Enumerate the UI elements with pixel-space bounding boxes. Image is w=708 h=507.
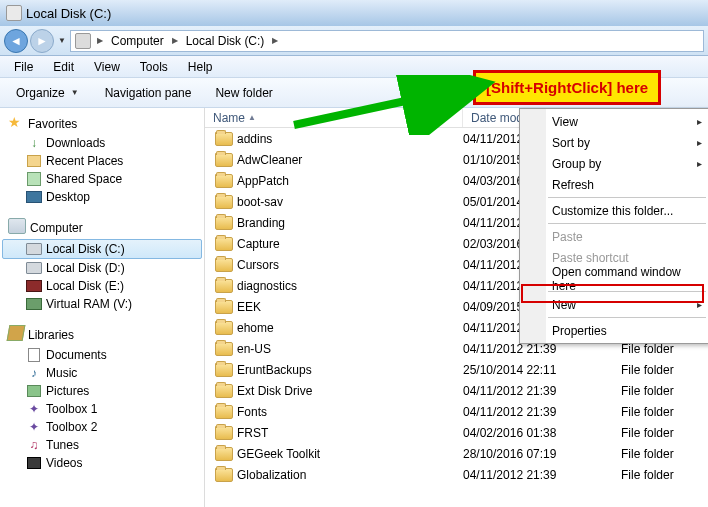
breadcrumb[interactable]: Computer <box>109 34 166 48</box>
navpane-button[interactable]: Navigation pane <box>97 82 200 104</box>
sidebar-item[interactable]: Virtual RAM (V:) <box>2 295 202 313</box>
file-name: GEGeek Toolkit <box>237 447 320 461</box>
folder-icon <box>215 468 233 482</box>
history-dropdown[interactable]: ▼ <box>56 36 68 45</box>
file-name: Globalization <box>237 468 306 482</box>
ctx-opencmd-label: Open command window here <box>552 265 690 293</box>
sidebar-item[interactable]: Downloads <box>2 134 202 152</box>
address-bar[interactable]: ▶ Computer ▶ Local Disk (C:) ▶ <box>70 30 704 52</box>
ctx-sortby[interactable]: Sort by <box>520 132 708 153</box>
file-date: 28/10/2016 07:19 <box>463 447 621 461</box>
sidebar-item[interactable]: Documents <box>2 346 202 364</box>
file-type: File folder <box>621 426 708 440</box>
folder-icon <box>215 405 233 419</box>
ss-icon <box>26 171 42 187</box>
file-row[interactable]: EruntBackups25/10/2014 22:11File folder <box>205 359 708 380</box>
ctx-view[interactable]: View <box>520 111 708 132</box>
separator <box>548 317 706 318</box>
newfolder-label: New folder <box>215 86 272 100</box>
organize-button[interactable]: Organize▼ <box>8 82 89 104</box>
file-name: EEK <box>237 300 261 314</box>
sidebar-item[interactable]: Shared Space <box>2 170 202 188</box>
sidebar-item-label: Local Disk (E:) <box>46 279 124 293</box>
folder-icon <box>215 153 233 167</box>
folder-icon <box>215 216 233 230</box>
file-type: File folder <box>621 384 708 398</box>
ctx-groupby[interactable]: Group by <box>520 153 708 174</box>
ctx-refresh[interactable]: Refresh <box>520 174 708 195</box>
navpane-label: Navigation pane <box>105 86 192 100</box>
ctx-new[interactable]: New <box>520 294 708 315</box>
file-row[interactable]: Globalization04/11/2012 21:39File folder <box>205 464 708 485</box>
navbar: ◄ ► ▼ ▶ Computer ▶ Local Disk (C:) ▶ <box>0 26 708 56</box>
folder-icon <box>215 279 233 293</box>
folder-icon <box>215 363 233 377</box>
ctx-customize-label: Customize this folder... <box>552 204 673 218</box>
ctx-properties[interactable]: Properties <box>520 320 708 341</box>
file-type: File folder <box>621 447 708 461</box>
file-list-pane: Name▲ Date modified Type addins04/11/201… <box>205 108 708 507</box>
menu-file[interactable]: File <box>6 58 41 76</box>
computer-label: Computer <box>30 221 83 235</box>
hd-icon <box>26 260 42 276</box>
menu-view[interactable]: View <box>86 58 128 76</box>
sidebar-item[interactable]: Recent Places <box>2 152 202 170</box>
computer-header[interactable]: Computer <box>2 216 202 239</box>
sidebar-item[interactable]: Music <box>2 364 202 382</box>
dl-icon <box>26 135 42 151</box>
file-name: Fonts <box>237 405 267 419</box>
sidebar-item[interactable]: Toolbox 1 <box>2 400 202 418</box>
file-row[interactable]: GEGeek Toolkit28/10/2016 07:19File folde… <box>205 443 708 464</box>
sidebar-item[interactable]: Local Disk (D:) <box>2 259 202 277</box>
sidebar-item[interactable]: Pictures <box>2 382 202 400</box>
sidebar-item-label: Desktop <box>46 190 90 204</box>
file-date: 04/11/2012 21:39 <box>463 468 621 482</box>
tb-icon <box>26 419 42 435</box>
organize-label: Organize <box>16 86 65 100</box>
ctx-customize[interactable]: Customize this folder... <box>520 200 708 221</box>
file-type: File folder <box>621 363 708 377</box>
sidebar-item-label: Recent Places <box>46 154 123 168</box>
ctx-open-command-window[interactable]: Open command window here <box>520 268 708 289</box>
sidebar-item[interactable]: Local Disk (C:) <box>2 239 202 259</box>
ctx-pastesc-label: Paste shortcut <box>552 251 629 265</box>
sidebar-item-label: Tunes <box>46 438 79 452</box>
file-row[interactable]: FRST04/02/2016 01:38File folder <box>205 422 708 443</box>
file-name: EruntBackups <box>237 363 312 377</box>
sidebar-item-label: Toolbox 2 <box>46 420 97 434</box>
sidebar-item[interactable]: Videos <box>2 454 202 472</box>
pic-icon <box>26 383 42 399</box>
back-button[interactable]: ◄ <box>4 29 28 53</box>
hd-icon <box>26 241 42 257</box>
file-date: 04/02/2016 01:38 <box>463 426 621 440</box>
sidebar-item[interactable]: Tunes <box>2 436 202 454</box>
forward-button[interactable]: ► <box>30 29 54 53</box>
menu-edit[interactable]: Edit <box>45 58 82 76</box>
window-title: Local Disk (C:) <box>26 6 111 21</box>
file-name: Ext Disk Drive <box>237 384 312 398</box>
hd2-icon <box>26 278 42 294</box>
sidebar-item[interactable]: Desktop <box>2 188 202 206</box>
titlebar: Local Disk (C:) <box>0 0 708 26</box>
breadcrumb[interactable]: Local Disk (C:) <box>184 34 267 48</box>
menu-help[interactable]: Help <box>180 58 221 76</box>
sidebar-item-label: Shared Space <box>46 172 122 186</box>
favorites-header[interactable]: Favorites <box>2 114 202 134</box>
newfolder-button[interactable]: New folder <box>207 82 280 104</box>
file-name: boot-sav <box>237 195 283 209</box>
sidebar-item-label: Local Disk (D:) <box>46 261 125 275</box>
vd-icon <box>26 455 42 471</box>
col-name[interactable]: Name▲ <box>205 109 463 127</box>
sidebar-item[interactable]: Toolbox 2 <box>2 418 202 436</box>
file-name: addins <box>237 132 272 146</box>
chevron-right-icon: ▶ <box>270 36 280 45</box>
file-row[interactable]: Fonts04/11/2012 21:39File folder <box>205 401 708 422</box>
libraries-header[interactable]: Libraries <box>2 323 202 346</box>
hd3-icon <box>26 296 42 312</box>
file-row[interactable]: Ext Disk Drive04/11/2012 21:39File folde… <box>205 380 708 401</box>
folder-icon <box>215 237 233 251</box>
menu-tools[interactable]: Tools <box>132 58 176 76</box>
sidebar-item[interactable]: Local Disk (E:) <box>2 277 202 295</box>
file-name: diagnostics <box>237 279 297 293</box>
file-date: 25/10/2014 22:11 <box>463 363 621 377</box>
